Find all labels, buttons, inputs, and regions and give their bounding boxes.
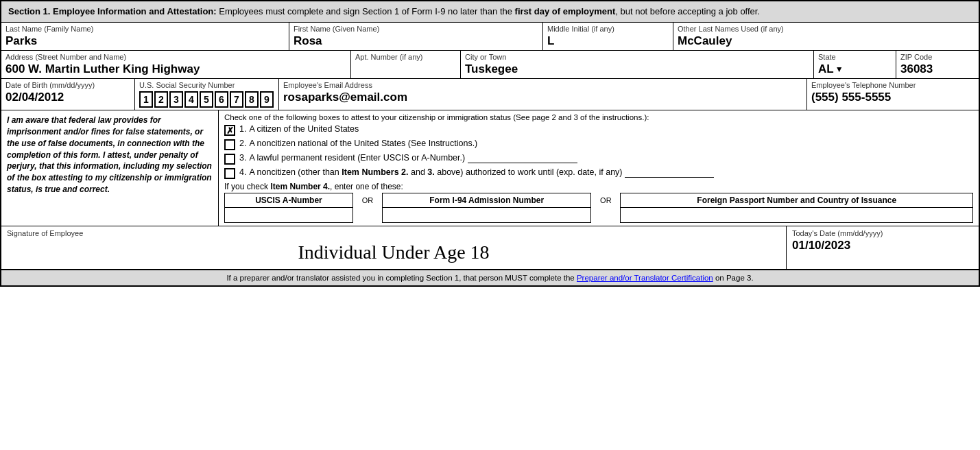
address-value: 600 W. Martin Luther King Highway [5,62,346,76]
signature-cell: Signature of Employee Individual Under A… [1,226,787,269]
apt-cell: Apt. Number (if any) [351,51,461,78]
or-2-spacer [591,208,621,223]
checkbox-4-text: A noncitizen (other than Item Numbers 2.… [249,167,625,177]
passport-value [621,208,973,223]
checkbox-item-2: 2. A noncitizen national of the United S… [224,139,973,150]
zip-label: ZIP Code [900,53,975,61]
state-value: AL [818,62,834,76]
info-row: Date of Birth (mm/dd/yyyy) 02/04/2012 U.… [1,79,979,110]
checkbox-3-text: A lawful permanent resident (Enter USCIS… [249,153,465,163]
if-check-suffix: , enter one of these: [330,182,403,191]
address-row: Address (Street Number and Name) 600 W. … [1,51,979,79]
name-row: Last Name (Family Name) Parks First Name… [1,23,979,51]
if-check-text: If you check Item Number 4., enter one o… [224,182,973,191]
uscis-header: USCIS A-Number [225,193,353,208]
ssn-digit-2: 2 [154,91,168,108]
if-check-item-bold: Item Number 4. [270,182,330,191]
checkbox-header: Check one of the following boxes to atte… [224,113,973,121]
other-names-value: McCauley [678,34,975,48]
dob-value: 02/04/2012 [5,91,130,104]
ssn-boxes: 1 2 3 4 5 6 7 8 9 [139,91,274,108]
first-name-cell: First Name (Given Name) Rosa [289,23,543,50]
other-names-label: Other Last Names Used (if any) [678,25,975,33]
passport-header: Foreign Passport Number and Country of I… [621,193,973,208]
section-title-bold: Section 1. Employee Information and Atte… [8,6,217,16]
section-first-day-bold: first day of employment [515,6,616,16]
address-cell: Address (Street Number and Name) 600 W. … [1,51,351,78]
date-cell: Today's Date (mm/dd/yyyy) 01/10/2023 [787,226,979,269]
dob-label: Date of Birth (mm/dd/yyyy) [5,81,130,89]
last-name-cell: Last Name (Family Name) Parks [1,23,289,50]
signature-row: Signature of Employee Individual Under A… [1,226,979,270]
uscis-table: USCIS A-Number OR Form I-94 Admission Nu… [224,193,973,223]
preparer-link[interactable]: Preparer and/or Translator Certification [577,274,713,282]
section-title-end: , but not before accepting a job offer. [615,6,760,16]
middle-initial-value: L [547,34,669,48]
section-title-text: Employees must complete and sign Section… [217,6,515,16]
phone-label: Employee's Telephone Number [811,81,975,89]
city-label: City or Town [465,53,809,61]
first-name-value: Rosa [294,34,538,48]
signature-value: Individual Under Age 18 [7,239,780,266]
first-name-label: First Name (Given Name) [294,25,538,33]
zip-value: 36083 [900,62,975,76]
city-cell: City or Town Tuskegee [461,51,814,78]
email-cell: Employee's Email Address rosaparks@email… [279,79,807,110]
checkbox-item-3: 3. A lawful permanent resident (Enter US… [224,153,973,165]
ssn-digit-6: 6 [215,91,228,108]
footer: If a preparer and/or translator assisted… [1,270,979,285]
checkbox-item-1: 1. A citizen of the United States [224,124,973,136]
ssn-digit-1: 1 [139,91,153,108]
email-label: Employee's Email Address [283,81,802,89]
last-name-value: Parks [5,34,285,48]
section-header: Section 1. Employee Information and Atte… [1,1,979,23]
apt-label: Apt. Number (if any) [355,53,456,61]
ssn-digit-7: 7 [230,91,243,108]
checkbox-2[interactable] [224,139,235,150]
phone-value: (555) 555-5555 [811,91,975,104]
state-dropdown-icon[interactable]: ▼ [835,64,844,74]
state-cell: State AL ▼ [814,51,896,78]
phone-cell: Employee's Telephone Number (555) 555-55… [807,79,979,110]
email-value: rosaparks@email.com [283,91,802,104]
checkbox-3[interactable] [224,154,235,165]
checkboxes-cell: Check one of the following boxes to atte… [219,110,979,226]
legal-text: I am aware that federal law provides for… [7,115,212,194]
form-container: Section 1. Employee Information and Atte… [0,0,980,287]
ssn-digit-5: 5 [200,91,213,108]
or-2: OR [591,193,621,208]
i94-value [383,208,591,223]
ssn-digit-9: 9 [260,91,274,108]
i94-header: Form I-94 Admission Number [383,193,591,208]
checkbox-1-text: A citizen of the United States [249,124,359,134]
checkbox-4[interactable] [224,168,235,179]
state-label: State [818,53,892,61]
checkbox-4-number: 4. [239,167,246,177]
footer-text-2: on Page 3. [713,274,754,282]
or-1-spacer [352,208,382,223]
checkbox-2-number: 2. [239,139,246,148]
date-label: Today's Date (mm/dd/yyyy) [792,229,973,237]
checkbox-1-number: 1. [239,124,246,134]
legal-text-cell: I am aware that federal law provides for… [1,110,219,226]
city-value: Tuskegee [465,62,809,76]
address-label: Address (Street Number and Name) [5,53,346,61]
last-name-label: Last Name (Family Name) [5,25,285,33]
zip-cell: ZIP Code 36083 [896,51,979,78]
checkbox-1[interactable] [224,125,235,136]
uscis-value [225,208,353,223]
other-names-cell: Other Last Names Used (if any) McCauley [673,23,979,50]
middle-initial-label: Middle Initial (if any) [547,25,669,33]
legal-checkbox-row: I am aware that federal law provides for… [1,110,979,226]
or-1: OR [352,193,382,208]
checkbox-2-text: A noncitizen national of the United Stat… [249,139,477,148]
checkbox-item-4: 4. A noncitizen (other than Item Numbers… [224,167,973,179]
dob-cell: Date of Birth (mm/dd/yyyy) 02/04/2012 [1,79,135,110]
footer-text-1: If a preparer and/or translator assisted… [226,274,577,282]
ssn-cell: U.S. Social Security Number 1 2 3 4 5 6 … [135,79,279,110]
signature-label: Signature of Employee [7,229,780,237]
checkbox-3-number: 3. [239,153,246,163]
ssn-digit-8: 8 [245,91,259,108]
date-value: 01/10/2023 [792,239,973,252]
ssn-digit-4: 4 [184,91,198,108]
